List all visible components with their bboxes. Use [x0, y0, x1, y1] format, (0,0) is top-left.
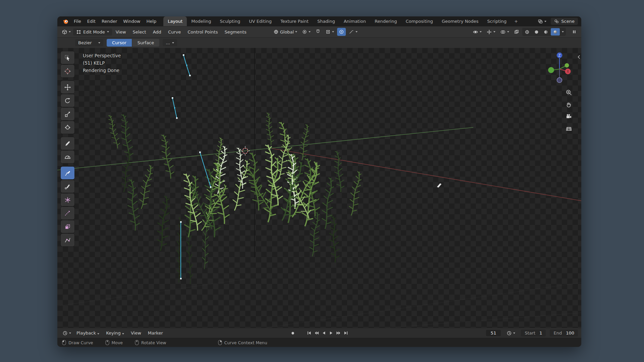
- tool-transform[interactable]: [61, 121, 74, 134]
- tmenu-marker[interactable]: Marker: [145, 329, 166, 337]
- scene-selector[interactable]: Scene: [551, 18, 578, 25]
- tmenu-view[interactable]: View: [128, 329, 144, 337]
- mouse-left-icon: [62, 340, 66, 345]
- visibility-dropdown[interactable]: [471, 28, 483, 36]
- tool-tilt[interactable]: [61, 193, 74, 206]
- render-pause-button[interactable]: [570, 28, 579, 36]
- frame-end-field[interactable]: End 100: [550, 329, 578, 337]
- tool-annotate[interactable]: [61, 137, 74, 150]
- jump-to-end-button[interactable]: [342, 330, 350, 337]
- snap-target-dropdown[interactable]: [324, 28, 336, 36]
- falloff-dropdown[interactable]: [347, 28, 359, 36]
- tool-randomize[interactable]: [61, 207, 74, 220]
- tool-curve-points[interactable]: [61, 234, 74, 246]
- tab-uv-editing[interactable]: UV Editing: [245, 16, 276, 26]
- current-frame-field[interactable]: 51: [486, 330, 501, 336]
- tmenu-playback[interactable]: Playback: [73, 329, 102, 337]
- sidebar-collapse-arrow[interactable]: [577, 55, 581, 59]
- overlay-view-name: User Perspective: [83, 52, 121, 59]
- shading-material-button[interactable]: [541, 28, 550, 36]
- autokey-icon: [290, 331, 295, 336]
- tool-measure[interactable]: [61, 150, 74, 163]
- gizmos-dropdown[interactable]: [485, 28, 497, 36]
- tool-tweak[interactable]: [61, 51, 74, 64]
- overlays-dropdown[interactable]: [498, 28, 511, 36]
- snap-toggle-button[interactable]: [314, 28, 322, 36]
- tab-animation[interactable]: Animation: [339, 16, 370, 26]
- tool-draw-curve[interactable]: [61, 167, 74, 179]
- autokey-button[interactable]: [289, 330, 297, 337]
- curve-type-dropdown[interactable]: Bezier: [75, 39, 103, 46]
- menu-render[interactable]: Render: [99, 16, 120, 26]
- playback-controls: [289, 330, 350, 337]
- tab-geometry-nodes[interactable]: Geometry Nodes: [437, 16, 483, 26]
- timeline-editor-type-button[interactable]: [61, 329, 73, 337]
- viewport-canvas[interactable]: [57, 48, 581, 328]
- curve-control-points[interactable]: [172, 54, 212, 280]
- vmenu-select[interactable]: Select: [130, 28, 149, 36]
- xray-toggle-button[interactable]: [512, 28, 521, 36]
- vmenu-add[interactable]: Add: [150, 28, 164, 36]
- menu-window[interactable]: Window: [120, 16, 143, 26]
- tab-shading[interactable]: Shading: [313, 16, 339, 26]
- gizmo-x-label[interactable]: X: [567, 70, 569, 73]
- zoom-button[interactable]: [565, 88, 573, 97]
- menu-file[interactable]: File: [71, 16, 84, 26]
- viewport-3d[interactable]: User Perspective (51) KELP Rendering Don…: [57, 48, 581, 328]
- screens-browse-button[interactable]: [536, 18, 548, 25]
- shading-wireframe-button[interactable]: [523, 28, 532, 36]
- edit-mode-icon: [76, 29, 81, 35]
- mode-dropdown[interactable]: Edit Mode: [73, 28, 112, 36]
- dropdown-caret: [544, 21, 546, 22]
- tab-layout[interactable]: Layout: [163, 16, 187, 26]
- tool-rotate[interactable]: [61, 94, 74, 107]
- proportional-editing-toggle[interactable]: [337, 28, 346, 36]
- vmenu-curve[interactable]: Curve: [165, 28, 184, 36]
- depth-surface-button[interactable]: Surface: [132, 39, 160, 47]
- editor-type-button[interactable]: [60, 28, 72, 36]
- more-options-dropdown[interactable]: ...: [163, 39, 177, 46]
- tool-curve-pen[interactable]: [61, 180, 74, 193]
- tab-compositing[interactable]: Compositing: [401, 16, 437, 26]
- depth-cursor-button[interactable]: Cursor: [107, 39, 132, 47]
- add-workspace-button[interactable]: +: [511, 16, 521, 26]
- blender-logo[interactable]: [61, 16, 71, 26]
- gizmo-z-label[interactable]: Z: [558, 54, 561, 57]
- jump-prev-keyframe-button[interactable]: [313, 330, 320, 337]
- menu-edit[interactable]: Edit: [84, 16, 99, 26]
- tab-sculpting[interactable]: Sculpting: [215, 16, 245, 26]
- vmenu-control-points[interactable]: Control Points: [184, 28, 221, 36]
- orientation-dropdown[interactable]: Global: [272, 28, 299, 36]
- tab-modeling[interactable]: Modeling: [187, 16, 215, 26]
- tab-rendering[interactable]: Rendering: [370, 16, 401, 26]
- pan-button[interactable]: [565, 100, 573, 109]
- pivot-dropdown[interactable]: [300, 28, 312, 36]
- zoom-icon: [566, 89, 572, 96]
- navigation-gizmo[interactable]: Z X: [541, 50, 578, 87]
- tab-scripting[interactable]: Scripting: [483, 16, 511, 26]
- tool-scale[interactable]: [61, 108, 74, 120]
- tmenu-keying[interactable]: Keying: [103, 329, 127, 337]
- tool-move[interactable]: [61, 81, 74, 94]
- gizmos-icon: [486, 29, 492, 35]
- viewport-header: Edit Mode View Select Add Curve Control …: [57, 26, 581, 37]
- hint-move: Move: [105, 340, 123, 345]
- orthographic-toggle-button[interactable]: [565, 124, 573, 133]
- tab-texture-paint[interactable]: Texture Paint: [276, 16, 313, 26]
- vmenu-segments[interactable]: Segments: [221, 28, 249, 36]
- jump-next-keyframe-button[interactable]: [335, 330, 342, 337]
- play-icon: [329, 330, 334, 336]
- frame-start-field[interactable]: Start 1: [521, 329, 546, 337]
- tool-extrude[interactable]: [61, 220, 74, 233]
- camera-view-button[interactable]: [565, 112, 573, 121]
- tool-cursor[interactable]: [61, 65, 74, 77]
- play-button[interactable]: [327, 330, 335, 337]
- preview-range-button[interactable]: [505, 329, 517, 337]
- play-reverse-button[interactable]: [320, 330, 327, 337]
- jump-to-start-button[interactable]: [305, 330, 313, 337]
- vmenu-view[interactable]: View: [113, 28, 129, 36]
- timeline-left: Playback Keying View Marker: [61, 329, 166, 337]
- menu-help[interactable]: Help: [144, 16, 160, 26]
- shading-solid-button[interactable]: [532, 28, 541, 36]
- shading-rendered-button[interactable]: [551, 28, 560, 36]
